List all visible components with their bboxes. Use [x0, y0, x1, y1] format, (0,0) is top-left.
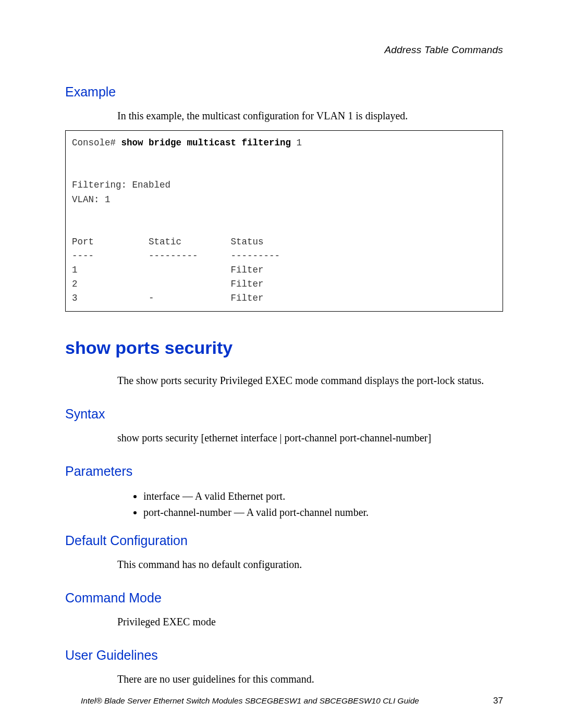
blank-line — [72, 150, 496, 164]
list-item: interface — A valid Ethernet port. — [143, 488, 503, 504]
blank-line — [72, 164, 496, 178]
console-output-box: Console# show bridge multicast filtering… — [65, 130, 503, 312]
footer-title: Intel® Blade Server Ethernet Switch Modu… — [81, 696, 419, 706]
col-static: Static — [149, 237, 181, 247]
vlan-line: VLAN: 1 — [72, 193, 496, 207]
syntax-text: show ports security [ethernet interface … — [117, 431, 503, 445]
table-sep: ---- --------- --------- — [72, 249, 496, 263]
heading-parameters: Parameters — [65, 464, 503, 479]
col-port: Port — [72, 237, 94, 247]
table-row: 2 Filter — [72, 277, 496, 291]
running-header: Address Table Commands — [65, 44, 503, 56]
heading-default-config: Default Configuration — [65, 533, 503, 548]
sep-static: --------- — [149, 251, 198, 261]
table-row: 3 - Filter — [72, 291, 496, 305]
cell-status: Filter — [231, 279, 264, 289]
default-config-text: This command has no default configuratio… — [117, 558, 503, 572]
cell-status: Filter — [231, 265, 264, 275]
table-header: Port Static Status — [72, 235, 496, 249]
console-prompt: Console# — [72, 138, 116, 148]
cell-static: - — [149, 293, 154, 303]
list-item: port-channel-number — A valid port-chann… — [143, 504, 503, 521]
col-status: Status — [231, 237, 264, 247]
heading-syntax: Syntax — [65, 406, 503, 422]
blank-line — [72, 207, 496, 221]
console-command: show bridge multicast filtering — [121, 138, 291, 148]
table-row: 1 Filter — [72, 263, 496, 277]
command-mode-text: Privileged EXEC mode — [117, 615, 503, 629]
heading-example: Example — [65, 84, 503, 100]
sep-status: --------- — [231, 251, 280, 261]
cell-port: 1 — [72, 265, 78, 275]
example-intro: In this example, the multicast configura… — [117, 109, 503, 123]
blank-line — [72, 221, 496, 235]
heading-command-title: show ports security — [65, 338, 503, 358]
heading-user-guidelines: User Guidelines — [65, 648, 503, 663]
cell-port: 3 — [72, 293, 78, 303]
console-command-line: Console# show bridge multicast filtering… — [72, 136, 496, 150]
cell-port: 2 — [72, 279, 78, 289]
console-arg: 1 — [297, 138, 302, 148]
page-content: Address Table Commands Example In this e… — [0, 0, 563, 686]
filtering-line: Filtering: Enabled — [72, 178, 496, 192]
user-guidelines-text: There are no user guidelines for this co… — [117, 672, 503, 686]
command-description: The show ports security Privileged EXEC … — [117, 374, 503, 388]
sep-port: ---- — [72, 251, 94, 261]
heading-command-mode: Command Mode — [65, 590, 503, 606]
parameters-list: interface — A valid Ethernet port. port-… — [133, 488, 503, 521]
cell-status: Filter — [231, 293, 264, 303]
page-number: 37 — [493, 696, 503, 706]
page-footer: Intel® Blade Server Ethernet Switch Modu… — [0, 696, 563, 706]
